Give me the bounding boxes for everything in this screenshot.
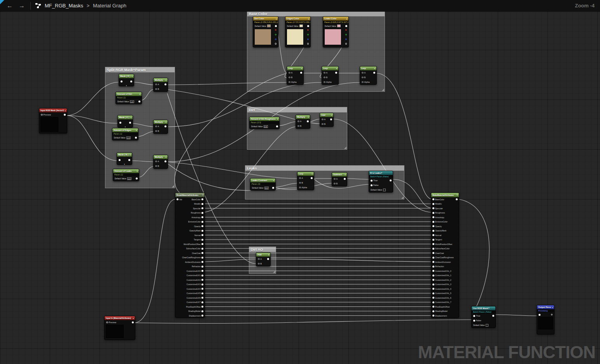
expand-chevron-icon[interactable]: ▾ bbox=[126, 85, 127, 86]
collapse-icon[interactable]: ▾ bbox=[130, 117, 131, 119]
node-header[interactable]: Multiply▾ bbox=[154, 155, 168, 159]
node-header[interactable]: Leaks Contrast▾ bbox=[250, 178, 275, 182]
input-pin-basecolor[interactable] bbox=[432, 198, 434, 200]
dirt-color-node[interactable]: Dirt Color▴ Param (0.354,0.26,0.153,1) D… bbox=[253, 16, 278, 47]
breadcrumb-page[interactable]: Material Graph bbox=[93, 3, 126, 9]
mask-g-node[interactable]: Mask ( G )▾ ▾ bbox=[117, 115, 133, 128]
color-swatch[interactable] bbox=[299, 24, 303, 27]
node-header[interactable]: Mask ( G )▾ bbox=[118, 116, 133, 119]
multiply-node-3[interactable]: Multiply▾ A B bbox=[153, 155, 168, 169]
output-pin[interactable] bbox=[344, 178, 346, 180]
node-header[interactable]: MakeMaterialAttributes▾ bbox=[431, 193, 459, 197]
lerp-node-4[interactable]: Lerp▾ A B Alpha bbox=[297, 172, 314, 190]
collapse-icon[interactable]: ▴ bbox=[133, 317, 134, 319]
color-swatch[interactable] bbox=[267, 24, 271, 27]
output-pin[interactable] bbox=[492, 315, 494, 317]
attr-input-pin[interactable] bbox=[177, 198, 178, 200]
node-header[interactable]: Input In (MaterialAttributes)▴ bbox=[105, 316, 135, 320]
amount-of-edges-node[interactable]: Amount of Edges▾ Param (1) Default Value… bbox=[112, 128, 138, 140]
collapse-icon[interactable]: ▾ bbox=[136, 130, 137, 131]
output-pin-customizeduv2[interactable] bbox=[201, 279, 203, 281]
input-pin-b[interactable] bbox=[334, 183, 336, 185]
output-pin-customizeduv5[interactable] bbox=[201, 292, 203, 294]
input-pin-alpha[interactable] bbox=[324, 81, 325, 83]
input-pin-a[interactable] bbox=[155, 161, 157, 163]
node-header[interactable]: Mask ( R )▾ bbox=[119, 74, 134, 78]
input-pin-specular[interactable] bbox=[432, 207, 434, 209]
output-pin-customizeduv3[interactable] bbox=[201, 284, 203, 285]
b-is-leaks-switch-node[interactable]: B is Leaks? Switch Param (False) True Fa… bbox=[369, 171, 393, 192]
input-pin[interactable] bbox=[119, 122, 121, 124]
input-pin-customizeduvs_7[interactable] bbox=[432, 301, 434, 303]
comment-header[interactable]: Base Color bbox=[247, 11, 385, 16]
output-result-node[interactable]: Output Result▴ Previewing bbox=[537, 305, 555, 334]
collapse-icon[interactable]: ▾ bbox=[273, 180, 274, 182]
node-header[interactable]: BreakMaterialAttributes▾ bbox=[175, 193, 205, 197]
input-pin-false[interactable] bbox=[371, 184, 373, 186]
collapse-icon[interactable]: ▾ bbox=[268, 254, 269, 256]
input-pin-a[interactable] bbox=[155, 84, 157, 86]
default-value-input[interactable]: 1.0 bbox=[127, 177, 131, 180]
input-pin-a[interactable] bbox=[334, 178, 336, 180]
output-pin-g[interactable] bbox=[307, 34, 309, 35]
input-pin-worldpositionoffset[interactable] bbox=[432, 243, 434, 245]
collapse-icon[interactable]: ▾ bbox=[308, 116, 309, 118]
node-header[interactable]: Amount of Leaks▾ bbox=[113, 169, 139, 173]
input-pin[interactable] bbox=[539, 314, 541, 316]
input-pin-b[interactable] bbox=[155, 130, 157, 132]
default-value-input[interactable]: 1.0 bbox=[130, 100, 134, 103]
output-pin-refraction[interactable] bbox=[201, 266, 203, 268]
output-pin-customizeduv0[interactable] bbox=[201, 270, 203, 272]
output-pin[interactable] bbox=[307, 121, 309, 122]
comment-resize-handle[interactable] bbox=[172, 185, 174, 187]
output-pin[interactable] bbox=[335, 72, 337, 74]
output-pin[interactable] bbox=[136, 178, 138, 180]
lerp-node-1[interactable]: Lerp▾ A B Alpha bbox=[287, 66, 304, 85]
node-header[interactable]: B is Leaks? bbox=[369, 171, 393, 175]
add-node-1[interactable]: Add▾ A B bbox=[320, 113, 334, 127]
input-pin-opacity[interactable] bbox=[432, 225, 434, 227]
node-header[interactable]: Dirt Color▴ bbox=[253, 17, 278, 21]
input-pin-displacement[interactable] bbox=[432, 315, 434, 317]
collapse-icon[interactable]: ▴ bbox=[552, 306, 553, 308]
collapse-icon[interactable]: ▾ bbox=[165, 156, 166, 158]
collapse-icon[interactable]: ▾ bbox=[345, 174, 346, 176]
input-pin-customizeduvs_2[interactable] bbox=[432, 279, 434, 281]
make-material-attributes-node[interactable]: MakeMaterialAttributes▾ BaseColorMetalli… bbox=[431, 192, 459, 318]
output-pin-a[interactable] bbox=[307, 43, 309, 45]
collapse-icon[interactable]: ▾ bbox=[136, 170, 138, 172]
output-pin-anisotropy[interactable] bbox=[201, 216, 203, 218]
preview-pin[interactable] bbox=[551, 314, 553, 316]
collapse-icon[interactable]: ▾ bbox=[331, 114, 332, 116]
output-pin-subsurfacecolor[interactable] bbox=[201, 248, 203, 250]
node-header[interactable]: Multiply▾ bbox=[154, 120, 168, 124]
output-pin-customizeduv4[interactable] bbox=[201, 288, 203, 290]
node-header[interactable]: Edges Color▴ bbox=[285, 17, 310, 21]
node-header[interactable]: Lerp▾ bbox=[360, 66, 376, 70]
input-pin-b[interactable] bbox=[155, 165, 157, 167]
collapse-icon[interactable]: ▾ bbox=[311, 173, 313, 175]
output-pin-tangent[interactable] bbox=[201, 239, 203, 241]
collapse-icon[interactable]: ▴ bbox=[276, 18, 277, 20]
node-header[interactable]: Add▾ bbox=[256, 253, 270, 257]
breadcrumb-asset[interactable]: MF_RGB_Masks bbox=[45, 3, 83, 9]
break-material-attributes-node[interactable]: BreakMaterialAttributes▾ AttrBaseColorMe… bbox=[175, 192, 205, 318]
output-pin-displacement[interactable] bbox=[201, 315, 203, 317]
node-header[interactable]: Amount of Dirt▾ bbox=[116, 92, 142, 96]
output-pin[interactable] bbox=[267, 258, 269, 260]
input-pin-alpha[interactable] bbox=[362, 81, 364, 83]
collapse-icon[interactable]: ▴ bbox=[65, 110, 66, 112]
output-pin-normal[interactable] bbox=[201, 234, 203, 236]
node-header[interactable]: Output Result▴ bbox=[537, 305, 554, 309]
subtract-node[interactable]: Subtract▾ A B bbox=[332, 172, 347, 186]
output-pin-opacity[interactable] bbox=[201, 225, 203, 227]
output-pin[interactable] bbox=[311, 177, 313, 179]
output-pin[interactable] bbox=[276, 126, 278, 128]
node-header[interactable]: Lerp▾ bbox=[322, 66, 338, 70]
input-pin-customizeduvs_1[interactable] bbox=[432, 275, 434, 276]
use-rgb-mask-switch-node[interactable]: Use RGB Mask? Switch Param (False) True … bbox=[471, 306, 496, 328]
input-pin-b[interactable] bbox=[155, 88, 157, 90]
back-button[interactable]: ← bbox=[5, 3, 14, 9]
output-pin[interactable] bbox=[164, 84, 166, 86]
input-pin-pixeldepthoffset[interactable] bbox=[432, 306, 434, 308]
